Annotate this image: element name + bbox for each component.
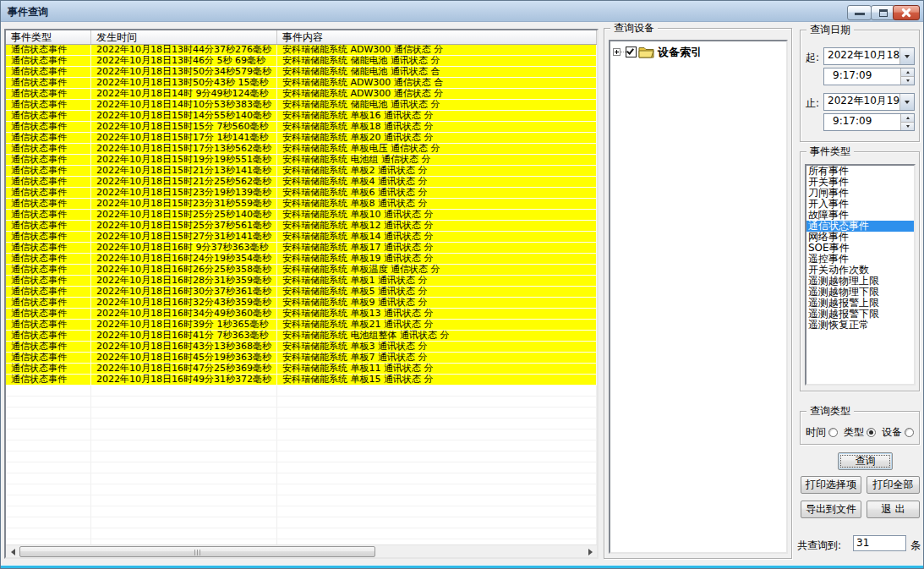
expand-icon[interactable]	[613, 48, 621, 56]
table-row[interactable]: 通信状态事件2022年10月18日16时34分49秒360毫秒安科瑞储能系统 单…	[6, 309, 597, 320]
horizontal-scrollbar[interactable]	[6, 544, 597, 557]
table-row[interactable]: 通信状态事件2022年10月18日13时46分 5秒 69毫秒安科瑞储能系统 储…	[6, 56, 597, 67]
column-header[interactable]: 事件内容	[277, 30, 597, 44]
table-cell	[6, 419, 91, 429]
table-row[interactable]: 通信状态事件2022年10月18日16时49分31秒372毫秒安科瑞储能系统 单…	[6, 375, 597, 386]
radio-icon[interactable]	[867, 428, 876, 437]
table-row[interactable]: 通信状态事件2022年10月18日15时27分31秒141毫秒安科瑞储能系统 单…	[6, 232, 597, 243]
from-time-spinner[interactable]	[900, 68, 914, 85]
event-type-item[interactable]: 遥测恢复正常	[806, 320, 914, 331]
spinner-up-button[interactable]	[901, 68, 914, 77]
result-count-field[interactable]: 31	[853, 535, 906, 551]
table-cell: 安科瑞储能系统 ADW300 通信状态 合	[277, 78, 597, 89]
table-row[interactable]: 通信状态事件2022年10月18日16时32分43秒359毫秒安科瑞储能系统 单…	[6, 298, 597, 309]
table-cell: 通信状态事件	[6, 210, 91, 221]
table-row[interactable]: 通信状态事件2022年10月18日15时25分25秒140毫秒安科瑞储能系统 单…	[6, 210, 597, 221]
table-cell: 安科瑞储能系统 单板4 通讯状态 分	[277, 177, 597, 188]
to-date-combo[interactable]: 2022年10月19日	[823, 93, 915, 111]
table-row[interactable]: 通信状态事件2022年10月18日14时10分53秒383毫秒安科瑞储能系统 储…	[6, 100, 597, 111]
table-cell	[91, 495, 277, 506]
to-time-field[interactable]: 9:17:09	[823, 113, 915, 131]
table-row[interactable]: 通信状态事件2022年10月18日15时17分13秒562毫秒安科瑞储能系统 单…	[6, 144, 597, 155]
event-table: 事件类型发生时间事件内容 通信状态事件2022年10月18日13时44分37秒2…	[4, 29, 599, 559]
table-row[interactable]: 通信状态事件2022年10月18日16时24分19秒354毫秒安科瑞储能系统 单…	[6, 254, 597, 265]
to-date-dropdown-button[interactable]	[899, 94, 914, 110]
table-row[interactable]: 通信状态事件2022年10月18日15时14分55秒140毫秒安科瑞储能系统 单…	[6, 111, 597, 122]
from-date-dropdown-button[interactable]	[899, 48, 914, 64]
table-row[interactable]: 通信状态事件2022年10月18日16时47分25秒369毫秒安科瑞储能系统 单…	[6, 364, 597, 375]
table-cell: 通信状态事件	[6, 89, 91, 100]
table-cell: 安科瑞储能系统 单板电压 通信状态 分	[277, 144, 597, 155]
table-row[interactable]: 通信状态事件2022年10月18日15时19分19秒551毫秒安科瑞储能系统 电…	[6, 155, 597, 166]
table-row[interactable]: 通信状态事件2022年10月18日13时50分43秒 15毫秒安科瑞储能系统 A…	[6, 78, 597, 89]
scroll-right-button[interactable]	[583, 546, 597, 557]
table-row[interactable]: 通信状态事件2022年10月18日14时 9分49秒124毫秒安科瑞储能系统 A…	[6, 89, 597, 100]
table-cell: 安科瑞储能系统 电池组 通信状态 分	[277, 155, 597, 166]
query-type-option[interactable]: 设备	[882, 425, 914, 440]
column-header[interactable]: 发生时间	[91, 30, 277, 44]
spinner-down-button[interactable]	[901, 123, 914, 130]
scroll-left-button[interactable]	[6, 546, 19, 557]
from-date-combo[interactable]: 2022年10月18日	[823, 47, 915, 65]
print-selected-button[interactable]: 打印选择项	[801, 476, 861, 494]
table-cell: 安科瑞储能系统 单板13 通讯状态 分	[277, 309, 597, 320]
from-time-field[interactable]: 9:17:09	[823, 68, 915, 85]
to-date-value: 2022年10月19日	[824, 94, 899, 110]
table-cell: 2022年10月18日15时25分37秒561毫秒	[91, 221, 277, 232]
table-row[interactable]: 通信状态事件2022年10月18日16时43分13秒368毫秒安科瑞储能系统 单…	[6, 342, 597, 353]
table-row-empty	[6, 397, 597, 408]
table-row[interactable]: 通信状态事件2022年10月18日15时23分19秒139毫秒安科瑞储能系统 单…	[6, 188, 597, 199]
table-row[interactable]: 通信状态事件2022年10月18日16时41分 7秒363毫秒安科瑞储能系统 电…	[6, 331, 597, 342]
table-row[interactable]: 通信状态事件2022年10月18日15时21分25秒562毫秒安科瑞储能系统 单…	[6, 177, 597, 188]
spinner-up-icon	[906, 117, 910, 119]
close-button[interactable]	[893, 5, 920, 20]
to-time-spinner[interactable]	[900, 114, 914, 130]
table-row[interactable]: 通信状态事件2022年10月18日16时39分 1秒365毫秒安科瑞储能系统 单…	[6, 320, 597, 331]
query-type-option[interactable]: 类型	[844, 425, 876, 440]
radio-icon[interactable]	[828, 428, 838, 437]
scrollbar-thumb[interactable]	[19, 546, 375, 557]
table-row[interactable]: 通信状态事件2022年10月18日16时45分19秒363毫秒安科瑞储能系统 单…	[6, 353, 597, 364]
table-row-empty	[6, 506, 597, 517]
table-row[interactable]: 通信状态事件2022年10月18日16时28分31秒359毫秒安科瑞储能系统 单…	[6, 276, 597, 287]
table-cell: 2022年10月18日16时28分31秒359毫秒	[91, 276, 277, 287]
table-cell: 通信状态事件	[6, 375, 91, 386]
spinner-down-icon	[906, 125, 910, 128]
table-cell: 2022年10月18日15时23分31秒559毫秒	[91, 199, 277, 210]
spinner-up-button[interactable]	[901, 114, 914, 123]
export-file-button[interactable]: 导出到文件	[801, 501, 861, 518]
spinner-down-button[interactable]	[901, 77, 914, 85]
column-header[interactable]: 事件类型	[6, 30, 91, 44]
restore-button[interactable]	[871, 5, 895, 20]
table-row[interactable]: 通信状态事件2022年10月18日15时25分37秒561毫秒安科瑞储能系统 单…	[6, 221, 597, 232]
title-bar[interactable]: 事件查询	[1, 1, 923, 22]
print-all-button[interactable]: 打印全部	[867, 476, 920, 494]
table-row[interactable]: 通信状态事件2022年10月18日15时15分 7秒560毫秒安科瑞储能系统 单…	[6, 122, 597, 133]
table-row[interactable]: 通信状态事件2022年10月18日13时44分37秒276毫秒安科瑞储能系统 A…	[6, 45, 597, 56]
table-cell: 通信状态事件	[6, 309, 91, 320]
table-cell: 通信状态事件	[6, 166, 91, 177]
radio-icon[interactable]	[905, 428, 914, 437]
table-cell	[6, 462, 91, 473]
table-cell: 安科瑞储能系统 单板7 通讯状态 分	[277, 353, 597, 364]
table-cell	[91, 484, 277, 495]
table-cell: 安科瑞储能系统 电池组整体 通讯状态 分	[277, 331, 597, 342]
table-cell	[91, 462, 277, 473]
tree-node-device-index[interactable]: 设备索引	[613, 45, 786, 59]
table-row[interactable]: 通信状态事件2022年10月18日15时17分 1秒141毫秒安科瑞储能系统 单…	[6, 133, 597, 144]
table-cell: 安科瑞储能系统 储能电池 通讯状态 合	[277, 67, 597, 78]
table-row[interactable]: 通信状态事件2022年10月18日16时26分25秒358毫秒安科瑞储能系统 单…	[6, 265, 597, 276]
table-row[interactable]: 通信状态事件2022年10月18日13时50分34秒579毫秒安科瑞储能系统 储…	[6, 67, 597, 78]
table-row[interactable]: 通信状态事件2022年10月18日16时30分37秒361毫秒安科瑞储能系统 单…	[6, 287, 597, 298]
device-index-checkbox[interactable]	[626, 47, 637, 57]
minimize-button[interactable]	[847, 5, 872, 20]
exit-button[interactable]: 退 出	[867, 501, 920, 518]
query-type-option[interactable]: 时间	[806, 425, 838, 440]
table-row[interactable]: 通信状态事件2022年10月18日15时21分13秒141毫秒安科瑞储能系统 单…	[6, 166, 597, 177]
table-cell	[277, 528, 597, 539]
table-cell: 2022年10月18日13时50分34秒579毫秒	[91, 67, 277, 78]
query-button[interactable]: 查询	[838, 452, 893, 470]
table-row[interactable]: 通信状态事件2022年10月18日16时 9分37秒363毫秒安科瑞储能系统 单…	[6, 243, 597, 254]
table-cell: 安科瑞储能系统 单板17 通讯状态 分	[277, 243, 597, 254]
table-row[interactable]: 通信状态事件2022年10月18日15时23分31秒559毫秒安科瑞储能系统 单…	[6, 199, 597, 210]
